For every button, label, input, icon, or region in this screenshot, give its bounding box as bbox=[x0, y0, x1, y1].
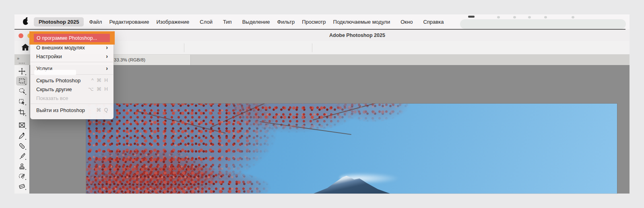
macos-menu-bar: Photoshop 2025 Файл Редактирование Изобр… bbox=[14, 14, 630, 29]
crop-tool[interactable] bbox=[16, 108, 27, 117]
shortcut-label: ⌘ Q bbox=[96, 107, 109, 113]
menu-image[interactable]: Изображение bbox=[153, 17, 193, 27]
menu-separator bbox=[31, 104, 113, 104]
menu-item-settings[interactable]: Настройки › bbox=[30, 52, 114, 61]
menu-item-quit-photoshop[interactable]: Выйти из Photoshop ⌘ Q bbox=[30, 105, 114, 115]
panel-grip[interactable] bbox=[19, 63, 25, 64]
statusbar-redaction-overlay bbox=[460, 19, 626, 29]
history-brush-tool[interactable] bbox=[16, 171, 27, 181]
menu-item-hide-others[interactable]: Скрыть другие ⌥ ⌘ H bbox=[30, 85, 114, 94]
rectangular-marquee-tool[interactable] bbox=[16, 76, 27, 86]
lasso-tool[interactable] bbox=[16, 86, 27, 96]
brush-tool[interactable] bbox=[16, 151, 27, 161]
submenu-chevron-icon: › bbox=[106, 44, 108, 51]
tools-panel bbox=[14, 65, 29, 194]
status-icon-hint bbox=[528, 16, 531, 18]
menu-type[interactable]: Тип bbox=[219, 17, 235, 27]
status-icon-hint bbox=[572, 16, 574, 18]
screen: Photoshop 2025 Файл Редактирование Изобр… bbox=[0, 0, 644, 208]
collapse-panel-icon[interactable]: » bbox=[17, 56, 19, 61]
status-icon-hint bbox=[544, 16, 547, 18]
submenu-chevron-icon: › bbox=[106, 53, 108, 59]
menu-file[interactable]: Файл bbox=[85, 17, 105, 27]
redaction-overlay bbox=[34, 70, 76, 75]
canvas-background[interactable] bbox=[29, 65, 630, 194]
menu-help[interactable]: Справка bbox=[419, 17, 447, 27]
move-tool[interactable] bbox=[16, 67, 27, 76]
shortcut-label: ⌥ ⌘ H bbox=[88, 86, 109, 92]
menu-filter[interactable]: Фильтр bbox=[274, 17, 299, 27]
submenu-chevron-icon: › bbox=[106, 65, 108, 71]
menu-plugins[interactable]: Подключаемые модули bbox=[330, 17, 394, 27]
menu-item-hide-photoshop[interactable]: Скрыть Photoshop ^ ⌘ H bbox=[30, 76, 114, 85]
autumn-leaves bbox=[324, 104, 420, 144]
eraser-tool[interactable] bbox=[16, 181, 27, 191]
menu-edit[interactable]: Редактирование bbox=[105, 17, 153, 27]
menu-separator bbox=[31, 62, 113, 62]
frame-tool[interactable] bbox=[16, 120, 27, 130]
document-tab[interactable]: 33.3% (RGB/8) bbox=[107, 55, 191, 65]
menu-window[interactable]: Окно bbox=[397, 17, 416, 27]
status-icon-hint bbox=[497, 16, 500, 18]
eyedropper-tool[interactable] bbox=[16, 131, 27, 141]
menu-photoshop-2025[interactable]: Photoshop 2025 bbox=[34, 17, 84, 27]
object-selection-tool[interactable] bbox=[16, 97, 27, 106]
menu-layer[interactable]: Слой bbox=[196, 17, 216, 27]
menu-item-about-photoshop[interactable]: О программе Photoshop... bbox=[34, 34, 110, 42]
menu-view[interactable]: Просмотр bbox=[298, 17, 329, 27]
menu-item-services[interactable]: Услуги › bbox=[30, 63, 114, 73]
document-tab-label: 33.3% (RGB/8) bbox=[114, 57, 145, 62]
window-title: Adobe Photoshop 2025 bbox=[329, 33, 385, 38]
shortcut-label: ^ ⌘ H bbox=[91, 77, 109, 83]
menu-item-show-all: Показать все bbox=[30, 94, 114, 102]
options-separator bbox=[312, 43, 312, 52]
status-icon-hint bbox=[468, 16, 475, 18]
menu-select[interactable]: Выделение bbox=[239, 17, 274, 27]
annotation-highlight-box: О программе Photoshop... bbox=[29, 31, 115, 45]
photo-document[interactable] bbox=[86, 104, 617, 194]
autumn-leaves bbox=[86, 160, 295, 194]
apple-menu-icon[interactable] bbox=[23, 19, 28, 25]
spot-healing-brush-tool[interactable] bbox=[16, 141, 27, 151]
options-separator bbox=[184, 43, 184, 52]
status-icon-hint bbox=[513, 16, 516, 18]
close-button[interactable] bbox=[19, 33, 23, 38]
clone-stamp-tool[interactable] bbox=[16, 161, 27, 171]
